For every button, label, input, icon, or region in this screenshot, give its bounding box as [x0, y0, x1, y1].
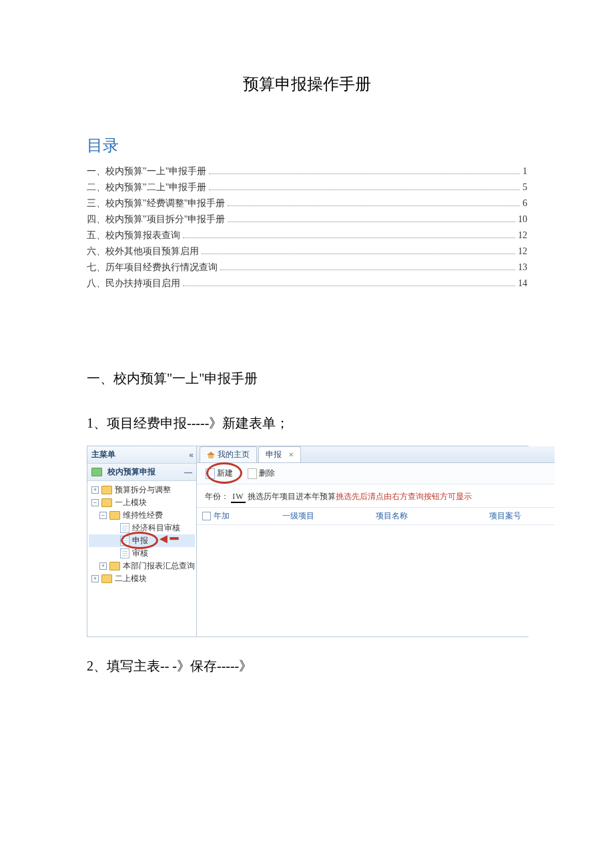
- column-header[interactable]: 项目名称: [376, 510, 489, 522]
- tree-node[interactable]: + 二上模块: [89, 572, 195, 585]
- toc-label: 一、校内预算"一上"申报手册: [87, 165, 206, 177]
- section-heading-1: 一、校内预算"一上"申报手册: [87, 370, 527, 388]
- toc-label: 二、校内预算"二上"申报手册: [87, 181, 206, 193]
- toc-item[interactable]: 一、校内预算"一上"申报手册 1: [87, 165, 527, 177]
- step-heading-2: 2、填写主表-- -》保存-----》: [87, 657, 527, 675]
- grid-header: 年加 一级项目 项目名称 项目案号: [197, 507, 555, 525]
- nav-tree: + 预算拆分与调整 − 一上模块 − 维持性经费 经济科目审核: [87, 481, 196, 636]
- tab-bar: 我的主页 申报 ✕: [197, 446, 555, 463]
- home-icon: [207, 452, 215, 458]
- tree-label: 维持性经费: [123, 510, 163, 521]
- toc-page: 10: [518, 214, 527, 225]
- toc-item[interactable]: 七、历年项目经费执行情况查询 13: [87, 262, 527, 274]
- toc-page: 12: [518, 230, 527, 241]
- toc-page: 5: [523, 182, 527, 193]
- tree-label: 审核: [132, 548, 148, 559]
- tree-node[interactable]: + 本部门报表汇总查询: [89, 560, 195, 572]
- tree-node[interactable]: − 维持性经费: [89, 509, 195, 522]
- trash-icon: [248, 468, 257, 479]
- column-header[interactable]: 年加: [214, 510, 230, 522]
- tree-node[interactable]: + 预算拆分与调整: [89, 484, 195, 496]
- expand-icon[interactable]: +: [99, 562, 107, 570]
- main-panel: 我的主页 申报 ✕ 新建 删除 年份： IW: [197, 446, 555, 636]
- expand-icon[interactable]: +: [91, 486, 99, 494]
- document-icon: [120, 523, 129, 533]
- toc-label: 四、校内预算"项目拆分"申报手册: [87, 213, 225, 226]
- folder-icon: [101, 574, 112, 583]
- filter-row: 年份： IW 挑选历年项目进本年预算挑选先后清点由右方查询按钮方可显示: [197, 484, 555, 507]
- filter-desc: 挑选历年项目进本年预算: [248, 492, 336, 501]
- tree-label: 本部门报表汇总查询: [123, 560, 195, 572]
- toc-item[interactable]: 三、校内预算"经费调整"申报手册 6: [87, 197, 527, 209]
- sidebar-title: 主菜单: [91, 449, 115, 460]
- folder-icon: [101, 498, 112, 507]
- toolbar: 新建 删除: [197, 463, 555, 484]
- folder-icon: [109, 562, 120, 570]
- tree-label: 一上模块: [115, 497, 147, 508]
- tree-node-declare[interactable]: 申报: [89, 534, 195, 547]
- year-label: 年份：: [205, 492, 229, 501]
- document-icon: [120, 548, 129, 558]
- select-all-checkbox[interactable]: [202, 512, 211, 520]
- toc-label: 八、民办扶持项目启用: [87, 278, 180, 290]
- table-of-contents: 一、校内预算"一上"申报手册 1 二、校内预算"二上"申报手册 5 三、校内预算…: [87, 165, 527, 290]
- folder-icon: [109, 511, 120, 520]
- tree-label: 二上模块: [115, 573, 147, 584]
- filter-desc-highlight: 挑选先后清点由右方查询按钮方可显示: [336, 492, 472, 501]
- folder-icon: [91, 468, 102, 476]
- sidebar-section-label: 校内预算申报: [107, 466, 156, 478]
- toc-item[interactable]: 六、校外其他项目预算启用 12: [87, 246, 527, 258]
- sidebar: 主菜单 « 校内预算申报 — + 预算拆分与调整 −: [87, 446, 197, 636]
- tab-declare[interactable]: 申报 ✕: [258, 446, 301, 462]
- toc-label: 五、校内预算报表查询: [87, 230, 180, 242]
- toc-item[interactable]: 八、民办扶持项目启用 14: [87, 278, 527, 290]
- toc-label: 三、校内预算"经费调整"申报手册: [87, 197, 225, 209]
- toc-label: 六、校外其他项目预算启用: [87, 246, 199, 258]
- toc-page: 13: [518, 262, 527, 273]
- tab-label: 申报: [266, 449, 282, 460]
- document-icon: [120, 536, 129, 546]
- tree-node[interactable]: 经济科目审核: [89, 522, 195, 534]
- expand-icon[interactable]: +: [91, 575, 99, 582]
- toc-item[interactable]: 五、校内预算报表查询 12: [87, 230, 527, 242]
- toc-heading: 目录: [87, 135, 527, 156]
- toc-page: 14: [518, 278, 527, 289]
- delete-button[interactable]: 删除: [243, 466, 280, 481]
- tab-label: 我的主页: [218, 449, 250, 460]
- toc-page: 12: [518, 246, 527, 257]
- step-heading-1: 1、项目经费申报-----》新建表单；: [87, 414, 527, 432]
- column-header[interactable]: 一级项目: [282, 510, 376, 522]
- toc-page: 6: [523, 198, 527, 209]
- app-screenshot: 主菜单 « 校内预算申报 — + 预算拆分与调整 −: [87, 446, 529, 637]
- tab-home[interactable]: 我的主页: [200, 446, 257, 462]
- button-label: 删除: [259, 468, 275, 479]
- tree-node[interactable]: 审核: [89, 547, 195, 560]
- tree-label: 申报: [132, 535, 148, 546]
- close-icon[interactable]: ✕: [288, 451, 294, 458]
- collapse-icon[interactable]: «: [189, 450, 192, 460]
- button-label: 新建: [217, 468, 233, 479]
- tree-node[interactable]: − 一上模块: [89, 496, 195, 509]
- toc-label: 七、历年项目经费执行情况查询: [87, 262, 218, 274]
- collapse-icon[interactable]: −: [91, 499, 99, 506]
- document-title: 预算申报操作手册: [87, 73, 527, 95]
- year-value[interactable]: IW: [231, 492, 245, 503]
- collapse-icon[interactable]: −: [99, 512, 107, 519]
- tree-label: 经济科目审核: [132, 522, 180, 534]
- toc-page: 1: [523, 166, 527, 177]
- tree-label: 预算拆分与调整: [115, 484, 171, 496]
- new-file-icon: [206, 468, 215, 479]
- toc-item[interactable]: 四、校内预算"项目拆分"申报手册 10: [87, 213, 527, 226]
- sidebar-section[interactable]: 校内预算申报 —: [87, 464, 196, 481]
- minimize-icon[interactable]: —: [184, 468, 192, 477]
- new-button[interactable]: 新建: [201, 466, 238, 481]
- column-header[interactable]: 项目案号: [489, 510, 549, 522]
- folder-icon: [101, 486, 112, 494]
- sidebar-header: 主菜单 «: [87, 446, 196, 464]
- toc-item[interactable]: 二、校内预算"二上"申报手册 5: [87, 181, 527, 193]
